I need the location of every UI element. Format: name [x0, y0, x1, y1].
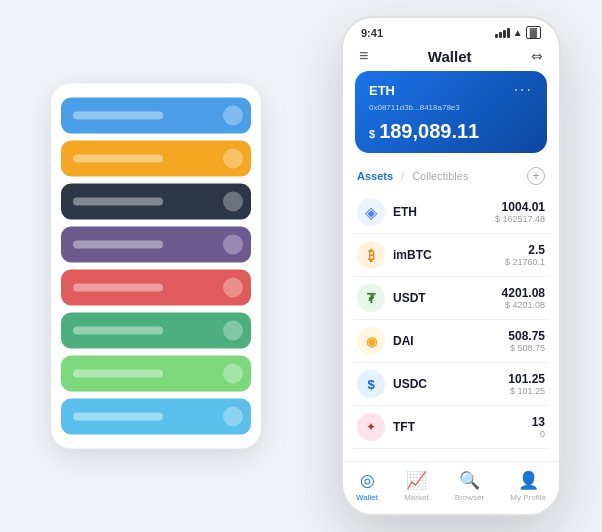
eth-card[interactable]: ETH ··· 0x08711d3b...8418a78e3 $189,089.…: [355, 71, 547, 153]
asset-item-usdt[interactable]: ₮ USDT 4201.08 $ 4201.08: [353, 277, 549, 320]
market-nav-label: Market: [404, 493, 428, 502]
card-label-green: [73, 327, 163, 335]
asset-left-dai: ◉ DAI: [357, 327, 414, 355]
menu-icon[interactable]: ≡: [359, 47, 368, 65]
card-label-purple: [73, 241, 163, 249]
tft-value: 0: [532, 429, 545, 439]
usdt-symbol: USDT: [393, 291, 426, 305]
imbtc-symbol: imBTC: [393, 248, 432, 262]
tab-separator: /: [401, 170, 404, 182]
tft-amount: 13: [532, 415, 545, 429]
usdt-value: $ 4201.08: [502, 300, 545, 310]
tft-icon: ✦: [357, 413, 385, 441]
scene: 9:41 ▲ ▓ ≡ Wallet ⇔ ETH ···: [21, 16, 581, 516]
card-icon-purple: [223, 235, 243, 255]
asset-left-imbtc: ₿ imBTC: [357, 241, 432, 269]
asset-right-dai: 508.75 $ 508.75: [508, 329, 545, 353]
card-stack: [51, 84, 261, 449]
asset-item-tft[interactable]: ✦ TFT 13 0: [353, 406, 549, 449]
bottom-nav-wallet[interactable]: ◎ Wallet: [356, 470, 378, 502]
card-icon-dark: [223, 192, 243, 212]
eth-card-header: ETH ···: [369, 81, 533, 99]
dai-icon: ◉: [357, 327, 385, 355]
card-label-orange: [73, 155, 163, 163]
usdc-symbol: USDC: [393, 377, 427, 391]
card-icon-orange: [223, 149, 243, 169]
usdc-icon: $: [357, 370, 385, 398]
bottom-nav-browser[interactable]: 🔍 Browser: [455, 470, 484, 502]
assets-tabs: Assets / Collectibles: [357, 170, 468, 182]
imbtc-amount: 2.5: [505, 243, 545, 257]
card-row-dark[interactable]: [61, 184, 251, 220]
page-title: Wallet: [428, 48, 472, 65]
asset-item-imbtc[interactable]: ₿ imBTC 2.5 $ 21760.1: [353, 234, 549, 277]
card-label-light-green: [73, 370, 163, 378]
asset-right-tft: 13 0: [532, 415, 545, 439]
market-nav-icon: 📈: [406, 470, 427, 491]
add-asset-button[interactable]: +: [527, 167, 545, 185]
wallet-nav-label: Wallet: [356, 493, 378, 502]
eth-card-address: 0x08711d3b...8418a78e3: [369, 103, 533, 112]
card-icon-green: [223, 321, 243, 341]
asset-left-usdt: ₮ USDT: [357, 284, 426, 312]
eth-value: $ 162517.48: [495, 214, 545, 224]
card-icon-blue: [223, 106, 243, 126]
imbtc-value: $ 21760.1: [505, 257, 545, 267]
eth-card-menu[interactable]: ···: [514, 81, 533, 99]
profile-nav-icon: 👤: [518, 470, 539, 491]
card-row-red[interactable]: [61, 270, 251, 306]
balance-amount: 189,089.11: [379, 120, 479, 142]
card-icon-red: [223, 278, 243, 298]
card-row-purple[interactable]: [61, 227, 251, 263]
asset-right-usdc: 101.25 $ 101.25: [508, 372, 545, 396]
asset-right-usdt: 4201.08 $ 4201.08: [502, 286, 545, 310]
profile-nav-label: My Profile: [510, 493, 546, 502]
eth-symbol: ETH: [393, 205, 417, 219]
tft-symbol: TFT: [393, 420, 415, 434]
card-label-blue: [73, 112, 163, 120]
card-icon-light-green: [223, 364, 243, 384]
asset-right-eth: 1004.01 $ 162517.48: [495, 200, 545, 224]
tab-collectibles[interactable]: Collectibles: [412, 170, 468, 182]
bottom-nav-market[interactable]: 📈 Market: [404, 470, 428, 502]
asset-left-tft: ✦ TFT: [357, 413, 415, 441]
asset-item-usdc[interactable]: $ USDC 101.25 $ 101.25: [353, 363, 549, 406]
card-label-red: [73, 284, 163, 292]
asset-left-usdc: $ USDC: [357, 370, 427, 398]
bottom-nav-profile[interactable]: 👤 My Profile: [510, 470, 546, 502]
eth-amount: 1004.01: [495, 200, 545, 214]
card-row-sky[interactable]: [61, 399, 251, 435]
card-label-dark: [73, 198, 163, 206]
card-row-light-green[interactable]: [61, 356, 251, 392]
phone-nav: ≡ Wallet ⇔: [343, 43, 559, 71]
asset-item-eth[interactable]: ◈ ETH 1004.01 $ 162517.48: [353, 191, 549, 234]
dai-symbol: DAI: [393, 334, 414, 348]
dai-value: $ 508.75: [508, 343, 545, 353]
bottom-nav: ◎ Wallet 📈 Market 🔍 Browser 👤 My Profile: [343, 461, 559, 514]
wallet-nav-icon: ◎: [360, 470, 375, 491]
asset-left-eth: ◈ ETH: [357, 198, 417, 226]
assets-header: Assets / Collectibles +: [343, 163, 559, 191]
card-icon-sky: [223, 407, 243, 427]
asset-item-dai[interactable]: ◉ DAI 508.75 $ 508.75: [353, 320, 549, 363]
battery-icon: ▓: [526, 26, 541, 39]
wifi-icon: ▲: [513, 27, 523, 38]
phone-frame: 9:41 ▲ ▓ ≡ Wallet ⇔ ETH ···: [341, 16, 561, 516]
usdc-amount: 101.25: [508, 372, 545, 386]
signal-icon: [495, 28, 510, 38]
imbtc-icon: ₿: [357, 241, 385, 269]
status-bar: 9:41 ▲ ▓: [343, 18, 559, 43]
eth-card-balance: $189,089.11: [369, 120, 533, 143]
card-row-blue[interactable]: [61, 98, 251, 134]
card-row-green[interactable]: [61, 313, 251, 349]
browser-nav-icon: 🔍: [459, 470, 480, 491]
card-row-orange[interactable]: [61, 141, 251, 177]
tab-assets[interactable]: Assets: [357, 170, 393, 182]
dai-amount: 508.75: [508, 329, 545, 343]
expand-icon[interactable]: ⇔: [531, 48, 543, 64]
asset-right-imbtc: 2.5 $ 21760.1: [505, 243, 545, 267]
currency-symbol: $: [369, 128, 375, 140]
eth-card-name: ETH: [369, 83, 395, 98]
status-icons: ▲ ▓: [495, 26, 541, 39]
card-label-sky: [73, 413, 163, 421]
